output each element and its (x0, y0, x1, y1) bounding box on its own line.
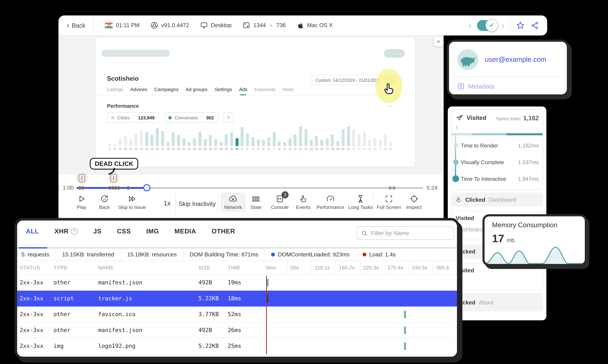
control-events-button[interactable]: Events (292, 193, 315, 212)
site-tab-ads[interactable]: Ads (239, 87, 247, 96)
chart-bar (389, 142, 392, 146)
chart-bar-column: 7 (107, 143, 112, 150)
control-long-tasks-button[interactable]: Long Tasks (344, 193, 377, 212)
network-tab-img[interactable]: IMG (146, 228, 159, 235)
next-session-button[interactable]: › (502, 21, 505, 30)
site-tab-advices[interactable]: Advices (130, 87, 147, 96)
chart-bar (326, 138, 329, 146)
prev-session-button[interactable]: ‹ (469, 21, 472, 30)
control-network-button[interactable]: Network (220, 193, 246, 212)
timing-metric-value: 1,847ms (518, 176, 539, 182)
network-tab-css[interactable]: CSS (117, 228, 131, 235)
control-skip-to-issue-button[interactable]: Skip to Issue (114, 193, 150, 212)
chart-bar-column: 20 (176, 135, 181, 150)
chart-bar-column: 28 (383, 134, 388, 150)
metadata-button[interactable]: Metadata (457, 83, 494, 90)
control-label: Play (77, 205, 86, 210)
date-range-select[interactable]: Custom: 14/12/2019 - 21/01/2020 ⌄ (312, 75, 379, 85)
share-button[interactable] (530, 21, 540, 30)
network-request-row[interactable]: 2xx-3xxothermanifest.json492B19ms (17, 275, 457, 291)
network-request-row[interactable]: 2xx-3xxothermanifest.json492B26ms (17, 322, 457, 338)
network-request-row[interactable]: 2xx-3xxotherfavicon.ico3.77KB52ms (17, 307, 457, 322)
stat-dot-icon (271, 253, 275, 256)
clicked-event-row[interactable]: ClickedAbout (451, 293, 543, 312)
fullscreen-icon (384, 194, 393, 203)
cursor-hand-icon (382, 82, 396, 97)
chart-bar (358, 134, 361, 146)
site-tab-more[interactable]: More (283, 87, 294, 96)
network-request-row[interactable]: 2xx-3xxscripttracker.js5.22KB18ms (17, 291, 457, 307)
clicked-event-row[interactable]: ClickedDashboard (451, 193, 543, 207)
chart-bar-label: 20 (341, 147, 345, 150)
control-back-button[interactable]: 10Back (95, 193, 114, 212)
chart-bar (230, 132, 233, 146)
chart-bar (235, 138, 238, 146)
control-label: Inspect (406, 205, 422, 210)
conversion-metric-chip[interactable]: Conversion 902 (164, 112, 219, 123)
column-header-name: NAME (98, 265, 114, 271)
timeline-handle[interactable] (143, 184, 150, 191)
favorite-star-button[interactable] (516, 21, 525, 30)
autoplay-toggle[interactable]: ✓ (477, 20, 496, 31)
chart-bar-label: 22 (188, 147, 191, 150)
collapse-panel-button[interactable]: » (434, 37, 444, 46)
dead-click-highlight (375, 69, 402, 103)
waterfall-tick: 165.2s (339, 265, 355, 271)
chart-bar-label: 26 (373, 147, 376, 150)
clicks-metric-chip[interactable]: Clicks 123,949 (107, 112, 159, 123)
chart-bar-label: 10 (288, 147, 292, 150)
back-button[interactable]: ‹ Back (58, 15, 94, 35)
playback-speed-button[interactable]: 1x (164, 200, 171, 207)
site-tab-campaigns[interactable]: Campaigns (154, 87, 179, 96)
control-label: Console (271, 205, 289, 210)
site-tab-ad-groups[interactable]: Ad groups (186, 87, 207, 96)
network-tab-other[interactable]: OTHER (212, 228, 235, 235)
issue-marker[interactable]: i (76, 172, 88, 187)
timeline-track[interactable] (77, 187, 423, 189)
chart-bar-column: 11 (293, 134, 298, 150)
control-state-button[interactable]: State (246, 193, 266, 212)
visited-event-card[interactable]: Visited Speed Index 1,162 / Time to Rend… (451, 109, 543, 190)
network-filter-input[interactable] (371, 230, 449, 236)
network-tab-all[interactable]: ALL (26, 228, 39, 235)
chart-bar-column: 23 (192, 138, 197, 150)
control-label: Back (99, 205, 110, 210)
chart-bar-column: 14 (144, 132, 149, 150)
site-tab-settings[interactable]: Settings (215, 87, 232, 96)
performance-more-button[interactable]: ⋯ (387, 102, 393, 110)
visited-event-label: Visited (466, 114, 486, 121)
network-tab-xhr[interactable]: XHR? (54, 228, 78, 235)
timing-metric-label: Visually Complete (461, 159, 504, 165)
chart-bar-column: 28 (218, 142, 224, 150)
stat-text: DOM Building Time: 871ms (190, 251, 258, 258)
help-icon[interactable]: ? (71, 228, 78, 235)
chart-bar-column: 29 (388, 142, 393, 150)
chart-bar-label: 17 (325, 147, 329, 150)
network-stat: Load: 1.4s (356, 248, 402, 261)
cell-time: 25ms (228, 342, 241, 349)
metadata-icon (457, 83, 464, 90)
visited-event-row[interactable]: Visited (451, 263, 543, 290)
control-play-button[interactable]: Play (73, 193, 90, 212)
control-inspect-button[interactable]: Inspect (402, 193, 426, 212)
network-stat: 15.15KB: transferred (56, 248, 121, 261)
control-full-screen-button[interactable]: Full Screen (373, 193, 405, 212)
chart-bar (246, 134, 249, 146)
timing-metric-value: 1,162ms (518, 142, 539, 149)
gauge-icon (326, 194, 335, 203)
site-tab-keywords[interactable]: Keywords (255, 87, 275, 96)
network-tab-js[interactable]: JS (93, 228, 102, 235)
control-console-button[interactable]: 3Console (267, 193, 293, 212)
network-request-row[interactable]: 2xx-3xximglogo192.png5.22KB25ms (17, 338, 457, 354)
network-tab-media[interactable]: MEDIA (174, 228, 196, 235)
control-performance-button[interactable]: Performance (312, 193, 348, 212)
add-metric-button[interactable]: + (223, 112, 233, 123)
site-tab-listings[interactable]: Listings (107, 87, 123, 96)
chart-bar-label: 23 (357, 147, 361, 150)
chart-bar-label: 13 (304, 147, 308, 150)
chart-bar (214, 139, 217, 146)
skip-inactivity-button[interactable]: Skip Inactivity (179, 200, 216, 207)
timing-dot-slot (452, 175, 460, 182)
chart-bar-column: 12 (133, 133, 139, 150)
cell-name: manifest.json (98, 326, 142, 333)
